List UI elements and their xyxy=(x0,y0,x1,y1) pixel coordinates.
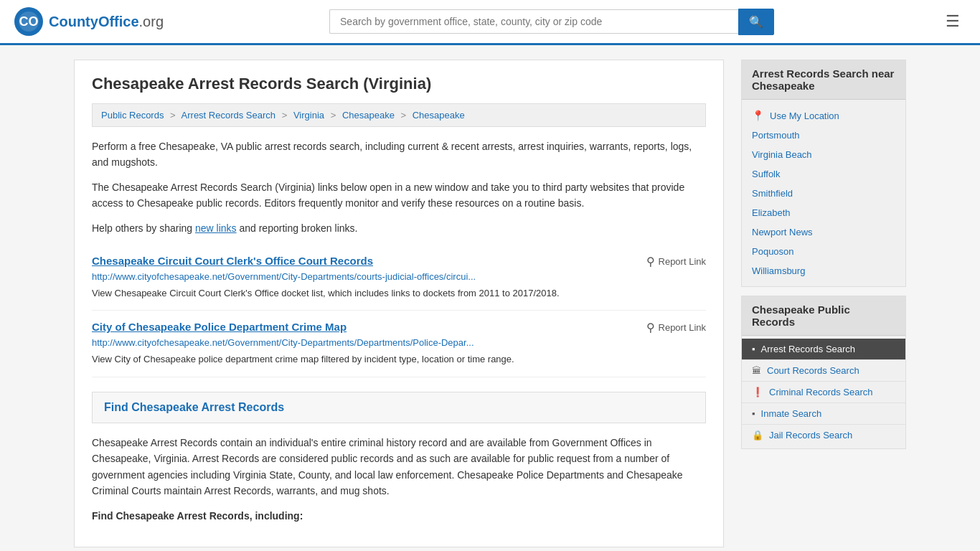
sidebar-link-label-poquoson: Poquoson xyxy=(752,246,794,257)
record-title-1[interactable]: Chesapeake Circuit Court Clerk's Office … xyxy=(92,255,373,267)
sidebar-link-elizabeth[interactable]: Elizabeth xyxy=(742,203,905,222)
court-icon: 🏛 xyxy=(752,365,761,376)
record-entry-1: Chesapeake Circuit Court Clerk's Office … xyxy=(92,245,706,311)
sidebar-link-newport-news[interactable]: Newport News xyxy=(742,222,905,242)
criminal-icon: ❗ xyxy=(752,387,763,397)
sidebar-public-records-title: Chesapeake Public Records xyxy=(742,296,905,336)
record-desc-1: View Chesapeake Circuit Court Clerk's Of… xyxy=(92,286,706,301)
search-input[interactable] xyxy=(329,9,738,34)
sidebar-record-jail-label: Jail Records Search xyxy=(769,430,852,441)
record-desc-2: View City of Chesapeake police departmen… xyxy=(92,352,706,367)
find-section-body: Chesapeake Arrest Records contain an ind… xyxy=(92,435,706,499)
intro-text-2: The Chesapeake Arrest Records Search (Vi… xyxy=(92,179,706,212)
sidebar-link-label-newport-news: Newport News xyxy=(752,227,813,237)
intro-text-1: Perform a free Chesapeake, VA public arr… xyxy=(92,138,706,171)
breadcrumb-chesapeake-state[interactable]: Chesapeake xyxy=(342,110,395,121)
sidebar-record-inmate-label: Inmate Search xyxy=(761,408,822,419)
breadcrumb-sep-2: > xyxy=(282,110,288,121)
jail-icon: 🔒 xyxy=(752,430,763,441)
header: CO CountyOffice.org 🔍 ☰ xyxy=(0,0,980,45)
report-link-btn-2[interactable]: ⚲ Report Link xyxy=(646,321,706,334)
sidebar-link-williamsburg[interactable]: Williamsburg xyxy=(742,261,905,281)
sidebar-link-label-williamsburg: Williamsburg xyxy=(752,265,805,276)
report-icon-1: ⚲ xyxy=(646,255,655,268)
breadcrumb-virginia[interactable]: Virginia xyxy=(293,110,324,121)
breadcrumb-sep-4: > xyxy=(401,110,407,121)
svg-text:CO: CO xyxy=(19,14,39,29)
find-section-title: Find Chesapeake Arrest Records xyxy=(104,401,694,414)
sidebar-link-portsmouth[interactable]: Portsmouth xyxy=(742,126,905,145)
page-title: Chesapeake Arrest Records Search (Virgin… xyxy=(92,75,706,93)
find-section: Find Chesapeake Arrest Records xyxy=(92,392,706,423)
record-url-2[interactable]: http://www.cityofchesapeake.net/Governme… xyxy=(92,337,706,348)
search-area: 🔍 xyxy=(329,9,774,35)
sidebar-record-court[interactable]: 🏛 Court Records Search xyxy=(742,360,905,382)
sidebar-record-arrest[interactable]: ▪ Arrest Records Search xyxy=(742,339,905,360)
record-entry-2: City of Chesapeake Police Department Cri… xyxy=(92,311,706,377)
record-title-2[interactable]: City of Chesapeake Police Department Cri… xyxy=(92,321,347,333)
sidebar-link-label-location: Use My Location xyxy=(770,110,839,121)
sidebar-link-label-smithfield: Smithfield xyxy=(752,188,793,199)
logo-icon: CO xyxy=(14,7,43,36)
sidebar-record-court-label: Court Records Search xyxy=(767,365,859,376)
logo-text: CountyOffice.org xyxy=(49,14,164,30)
intro-text-3: Help others by sharing new links and rep… xyxy=(92,220,706,236)
report-label-1: Report Link xyxy=(659,256,706,267)
sidebar-link-label-portsmouth: Portsmouth xyxy=(752,130,799,141)
sidebar-record-criminal[interactable]: ❗ Criminal Records Search xyxy=(742,382,905,403)
sidebar-nearby-box: Arrest Records Search near Chesapeake 📍 … xyxy=(741,60,906,287)
breadcrumb-public-records[interactable]: Public Records xyxy=(101,110,164,121)
sidebar-nearby-list: 📍 Use My Location Portsmouth Virginia Be… xyxy=(742,100,905,286)
sidebar-link-poquoson[interactable]: Poquoson xyxy=(742,242,905,261)
report-label-2: Report Link xyxy=(659,322,706,333)
record-title-row-2: City of Chesapeake Police Department Cri… xyxy=(92,321,706,334)
logo-area: CO CountyOffice.org xyxy=(14,7,164,36)
sidebar-link-label-suffolk: Suffolk xyxy=(752,169,781,179)
sidebar-nearby-title: Arrest Records Search near Chesapeake xyxy=(742,60,905,100)
menu-button[interactable]: ☰ xyxy=(940,9,966,34)
sidebar-link-use-my-location[interactable]: 📍 Use My Location xyxy=(742,105,905,126)
sidebar-record-criminal-label: Criminal Records Search xyxy=(769,387,873,397)
breadcrumb: Public Records > Arrest Records Search >… xyxy=(92,103,706,127)
sidebar: Arrest Records Search near Chesapeake 📍 … xyxy=(741,60,906,547)
page-wrap: Chesapeake Arrest Records Search (Virgin… xyxy=(60,45,920,551)
breadcrumb-arrest-records[interactable]: Arrest Records Search xyxy=(182,110,276,121)
report-link-btn-1[interactable]: ⚲ Report Link xyxy=(646,255,706,268)
breadcrumb-chesapeake-city[interactable]: Chesapeake xyxy=(413,110,465,121)
sidebar-link-suffolk[interactable]: Suffolk xyxy=(742,164,905,184)
main-content: Chesapeake Arrest Records Search (Virgin… xyxy=(74,60,724,547)
inmate-icon: ▪ xyxy=(752,408,755,419)
location-icon: 📍 xyxy=(752,110,764,121)
record-title-row-1: Chesapeake Circuit Court Clerk's Office … xyxy=(92,255,706,268)
sidebar-public-records-box: Chesapeake Public Records ▪ Arrest Recor… xyxy=(741,296,906,449)
breadcrumb-sep-1: > xyxy=(170,110,176,121)
sidebar-link-virginia-beach[interactable]: Virginia Beach xyxy=(742,145,905,164)
sidebar-record-arrest-label: Arrest Records Search xyxy=(761,344,856,354)
report-icon-2: ⚲ xyxy=(646,321,655,334)
arrest-icon: ▪ xyxy=(752,344,755,354)
sidebar-record-jail[interactable]: 🔒 Jail Records Search xyxy=(742,425,905,446)
search-button[interactable]: 🔍 xyxy=(738,9,774,35)
record-url-1[interactable]: http://www.cityofchesapeake.net/Governme… xyxy=(92,271,706,282)
breadcrumb-sep-3: > xyxy=(331,110,336,121)
sidebar-records-list: ▪ Arrest Records Search 🏛 Court Records … xyxy=(742,336,905,448)
sidebar-record-inmate[interactable]: ▪ Inmate Search xyxy=(742,403,905,425)
sidebar-link-smithfield[interactable]: Smithfield xyxy=(742,184,905,203)
sidebar-link-label-virginia-beach: Virginia Beach xyxy=(752,149,812,160)
new-links[interactable]: new links xyxy=(195,222,237,234)
sidebar-link-label-elizabeth: Elizabeth xyxy=(752,207,790,218)
find-section-subhead: Find Chesapeake Arrest Records, includin… xyxy=(92,508,706,524)
